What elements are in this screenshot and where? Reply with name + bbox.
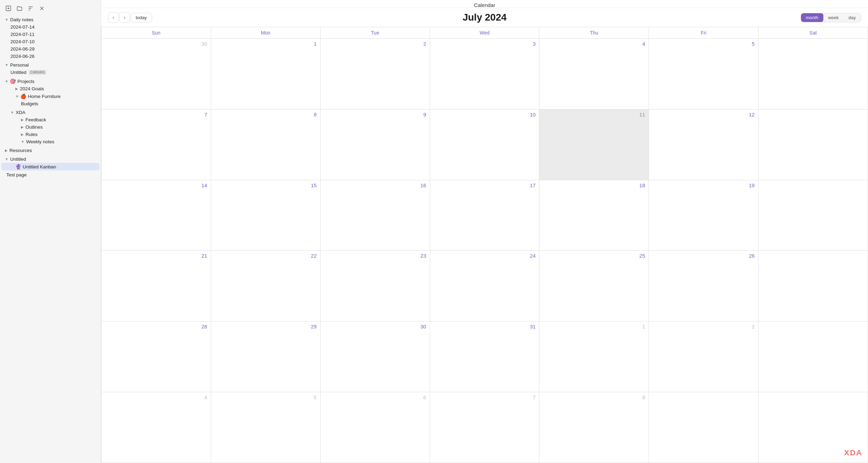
calendar-cell[interactable] [649,392,758,463]
calendar-cell[interactable]: 30 [102,39,211,109]
calendar-cell[interactable]: 1 [539,321,649,392]
calendar-cell[interactable]: 2 [321,39,430,109]
sidebar-item-resources[interactable]: Resources [1,147,99,154]
calendar-cell-today[interactable]: 11 [539,109,649,180]
calendar-grid: Sun Mon Tue Wed Thu Fri Sat 30 1 2 3 4 5 [101,27,868,463]
close-icon[interactable] [38,5,45,12]
calendar-cell[interactable]: 7 [102,109,211,180]
calendar-cell[interactable]: 9 [321,109,430,180]
chevron-right-icon [21,118,24,122]
sidebar-item-untitled-kanban[interactable]: 🔮 Untitled Kanban [1,163,99,170]
calendar-cell[interactable] [758,180,868,251]
calendar-cell[interactable]: 30 [321,321,430,392]
sidebar-item-xda[interactable]: XDA [1,109,99,116]
calendar-cell[interactable] [758,321,868,392]
sidebar-item-home-furniture[interactable]: 🍎 Home Furniture [1,92,99,100]
calendar-cell[interactable]: 7 [430,392,540,463]
sidebar: Daily notes 2024-07-14 2024-07-11 2024-0… [0,0,101,463]
chevron-down-icon [21,140,24,144]
sidebar-item-note-2024-06-26[interactable]: 2024-06-26 [1,53,99,60]
chevron-right-icon [5,149,8,152]
sidebar-item-note-2024-07-14[interactable]: 2024-07-14 [1,23,99,31]
chevron-down-icon [5,18,8,22]
calendar-cell[interactable]: 18 [539,180,649,251]
calendar-cell[interactable]: 8 [211,109,321,180]
month-view-button[interactable]: month [801,13,823,22]
view-toggle-group: month week day [801,13,861,22]
next-month-button[interactable]: › [119,12,130,23]
calendar-cell[interactable]: 1 [211,39,321,109]
calendar-cell[interactable] [758,109,868,180]
calendar-cell[interactable]: 24 [430,251,540,321]
calendar-cell[interactable]: 23 [321,251,430,321]
calendar-cell[interactable]: 3 [430,39,540,109]
calendar-cell[interactable]: 8 [539,392,649,463]
calendar-cell[interactable]: 15 [211,180,321,251]
chevron-right-icon [21,132,24,136]
calendar-cell[interactable] [758,39,868,109]
chevron-down-icon [15,94,19,98]
calendar-weeks: 30 1 2 3 4 5 7 8 9 10 11 12 [102,39,868,463]
target-icon: 🎯 [10,78,16,84]
sidebar-item-untitled-group[interactable]: Untitled [1,155,99,163]
sidebar-item-2024-goals[interactable]: 2024 Goals [1,85,99,92]
calendar-cell[interactable]: 26 [649,251,758,321]
calendar-cell[interactable]: 31 [430,321,540,392]
folder-icon[interactable] [16,5,23,12]
calendar-week-3: 14 15 16 17 18 19 [102,180,868,251]
sidebar-item-budgets[interactable]: Budgets [1,100,99,107]
section-projects: 🎯 Projects 2024 Goals 🍎 Home Furniture B… [0,77,101,108]
day-header-mon: Mon [211,27,321,38]
kanban-icon: 🔮 [15,164,21,169]
day-header-sat: Sat [758,27,868,38]
calendar-cell[interactable]: 25 [539,251,649,321]
sidebar-item-projects[interactable]: 🎯 Projects [1,77,99,85]
calendar-week-4: 21 22 23 24 25 26 [102,251,868,321]
calendar-cell[interactable]: 5 [211,392,321,463]
calendar-cell[interactable]: 21 [102,251,211,321]
calendar-cell[interactable]: 10 [430,109,540,180]
calendar-cell[interactable]: 17 [430,180,540,251]
today-button[interactable]: today [130,13,152,22]
sidebar-item-rules[interactable]: Rules [1,131,99,138]
sidebar-item-note-2024-07-10[interactable]: 2024-07-10 [1,38,99,45]
calendar-cell[interactable]: 19 [649,180,758,251]
calendar-month-title: July 2024 [463,12,507,23]
chevron-right-icon [21,125,24,129]
calendar-cell[interactable]: 28 [102,321,211,392]
sidebar-item-personal[interactable]: Personal [1,61,99,69]
calendar-cell[interactable]: 12 [649,109,758,180]
section-untitled: Untitled 🔮 Untitled Kanban [0,155,101,171]
calendar-cell[interactable]: 5 [649,39,758,109]
chevron-down-icon [5,157,8,161]
calendar-cell[interactable]: 4 [102,392,211,463]
calendar-cell[interactable]: 29 [211,321,321,392]
calendar-cell[interactable]: 14 [102,180,211,251]
edit-icon[interactable] [5,5,12,12]
sidebar-item-outlines[interactable]: Outlines [1,123,99,131]
sidebar-item-test-page[interactable]: Test page [1,171,99,179]
sidebar-item-weekly-notes[interactable]: Weekly notes [1,138,99,145]
chevron-down-icon [10,111,14,114]
calendar-cell[interactable] [758,251,868,321]
day-view-button[interactable]: day [844,13,861,22]
calendar-cell[interactable]: 6 [321,392,430,463]
chevron-right-icon [15,87,18,91]
prev-month-button[interactable]: ‹ [108,12,119,23]
calendar-cell[interactable]: 16 [321,180,430,251]
calendar-cell[interactable]: 22 [211,251,321,321]
calendar-cell[interactable]: 4 [539,39,649,109]
canvas-badge: CANVAS [29,70,47,75]
calendar-cell[interactable]: 2 [649,321,758,392]
sidebar-toolbar [0,3,101,15]
chevron-down-icon [5,79,8,83]
sidebar-item-note-2024-07-11[interactable]: 2024-07-11 [1,31,99,38]
day-header-sun: Sun [102,27,211,38]
sort-icon[interactable] [27,5,34,12]
view-toggle: month week day [801,13,861,22]
sidebar-item-note-2024-06-29[interactable]: 2024-06-29 [1,45,99,53]
sidebar-item-feedback[interactable]: Feedback [1,116,99,123]
sidebar-item-daily-notes[interactable]: Daily notes [1,16,99,23]
week-view-button[interactable]: week [823,13,844,22]
sidebar-item-untitled-canvas[interactable]: Untitled CANVAS [1,69,99,76]
